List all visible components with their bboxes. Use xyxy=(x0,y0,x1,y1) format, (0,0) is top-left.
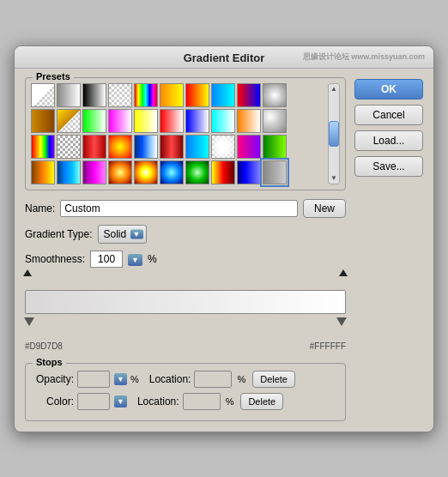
color-stop-right-arrow xyxy=(336,317,347,326)
left-color-label: #D9D7D8 xyxy=(25,341,63,351)
opacity-stop-left-arrow xyxy=(23,269,32,276)
opacity-row: Opacity: ▼ % Location: % Delete xyxy=(34,371,336,388)
preset-item[interactable] xyxy=(82,83,106,107)
preset-item[interactable] xyxy=(185,83,209,107)
opacity-stop-right-arrow xyxy=(339,269,348,276)
preset-item[interactable] xyxy=(263,135,287,159)
preset-item[interactable] xyxy=(108,135,132,159)
gradient-bar-section: #D9D7D8 #FFFFFF xyxy=(25,278,346,351)
stops-group: Stops Opacity: ▼ % Location: % Delete xyxy=(25,363,346,421)
load-button[interactable]: Load... xyxy=(354,130,423,151)
title-bar: Gradient Editor 思缘设计论坛 www.missyuan.com xyxy=(15,46,433,69)
preset-item[interactable] xyxy=(31,135,55,159)
delete2-button[interactable]: Delete xyxy=(240,393,283,410)
opacity-dropdown-arrow[interactable]: ▼ xyxy=(114,373,127,385)
dialog-title: Gradient Editor xyxy=(184,51,265,64)
smoothness-input[interactable] xyxy=(90,251,123,268)
color-labels: #D9D7D8 #FFFFFF xyxy=(25,341,346,351)
location1-input[interactable] xyxy=(194,371,232,388)
color-row: Color: ▼ Location: % Delete xyxy=(34,393,336,410)
scroll-down-arrow[interactable]: ▼ xyxy=(330,175,338,182)
preset-item[interactable] xyxy=(160,83,184,107)
preset-item[interactable] xyxy=(108,83,132,107)
color-dropdown-arrow[interactable]: ▼ xyxy=(114,395,127,408)
preset-item[interactable] xyxy=(82,160,106,184)
preset-item[interactable] xyxy=(211,160,235,184)
preset-item-selected[interactable] xyxy=(263,160,287,184)
location1-label: Location: xyxy=(149,373,191,385)
preset-item[interactable] xyxy=(31,83,55,107)
presets-legend: Presets xyxy=(33,71,74,82)
location1-pct-label: % xyxy=(237,374,245,384)
preset-item[interactable] xyxy=(57,135,81,159)
opacity-label: Opacity: xyxy=(34,373,74,385)
preset-item[interactable] xyxy=(31,160,55,184)
new-button[interactable]: New xyxy=(303,199,346,218)
ok-button[interactable]: OK xyxy=(354,79,423,100)
opacity-stop-left[interactable] xyxy=(23,269,32,278)
preset-item[interactable] xyxy=(185,109,209,133)
smoothness-dropdown-arrow[interactable]: ▼ xyxy=(128,254,142,266)
color-stop-label: Color: xyxy=(34,395,74,408)
preset-item[interactable] xyxy=(160,109,184,133)
preset-item[interactable] xyxy=(185,135,209,159)
stops-legend: Stops xyxy=(33,357,66,367)
gradient-type-select-wrapper: Solid Noise ▼ xyxy=(98,225,147,244)
preset-item[interactable] xyxy=(237,160,261,184)
preset-item[interactable] xyxy=(211,135,235,159)
opacity-value-box[interactable] xyxy=(77,371,110,388)
smoothness-pct-label: % xyxy=(148,253,157,265)
preset-item[interactable] xyxy=(134,160,158,184)
cancel-button[interactable]: Cancel xyxy=(354,105,423,125)
preset-item[interactable] xyxy=(82,109,106,133)
preset-item[interactable] xyxy=(57,109,81,133)
name-row: Name: New xyxy=(25,199,346,218)
scroll-up-arrow[interactable]: ▲ xyxy=(330,86,338,93)
preset-item[interactable] xyxy=(108,160,132,184)
color-stop-left[interactable] xyxy=(23,317,35,329)
preset-item[interactable] xyxy=(237,109,261,133)
save-button[interactable]: Save... xyxy=(354,156,423,177)
location2-label: Location: xyxy=(137,395,179,408)
preset-item[interactable] xyxy=(237,83,261,107)
preset-item[interactable] xyxy=(82,135,106,159)
preset-item[interactable] xyxy=(160,160,184,184)
preset-item[interactable] xyxy=(237,135,261,159)
preset-item[interactable] xyxy=(211,109,235,133)
preset-item[interactable] xyxy=(57,160,81,184)
opacity-select-wrapper: ▼ xyxy=(114,372,127,385)
opacity-select-wrap xyxy=(77,371,110,388)
smoothness-row: Smoothness: ▼ % xyxy=(25,251,346,268)
preset-item[interactable] xyxy=(263,83,287,107)
right-color-label: #FFFFFF xyxy=(310,341,346,351)
preset-item[interactable] xyxy=(160,135,184,159)
delete1-button[interactable]: Delete xyxy=(252,371,295,388)
preset-item[interactable] xyxy=(31,109,55,133)
smoothness-label: Smoothness: xyxy=(25,253,85,265)
preset-item[interactable] xyxy=(134,83,158,107)
color-select-wrapper: ▼ xyxy=(114,395,127,408)
color-stop-left-arrow xyxy=(24,317,34,326)
preset-item[interactable] xyxy=(185,160,209,184)
preset-item[interactable] xyxy=(134,135,158,159)
presets-grid xyxy=(31,83,326,184)
gradient-type-label: Gradient Type: xyxy=(25,228,93,240)
gradient-type-row: Gradient Type: Solid Noise ▼ xyxy=(25,225,346,244)
scroll-thumb[interactable] xyxy=(329,121,339,147)
preset-item[interactable] xyxy=(57,83,81,107)
name-input[interactable] xyxy=(60,200,298,217)
gradient-type-select[interactable]: Solid Noise xyxy=(98,225,147,244)
color-value-box[interactable] xyxy=(77,393,110,410)
opacity-stop-right[interactable] xyxy=(339,269,348,278)
color-stop-right[interactable] xyxy=(336,317,348,329)
opacity-pct-label: % xyxy=(130,374,139,384)
location2-input[interactable] xyxy=(183,393,221,410)
gradient-bar[interactable] xyxy=(25,290,346,314)
right-buttons: OK Cancel Load... Save... xyxy=(354,79,423,421)
smoothness-select-wrapper: ▼ xyxy=(128,253,142,265)
presets-scrollbar[interactable]: ▲ ▼ xyxy=(328,83,340,184)
preset-item[interactable] xyxy=(263,109,287,133)
preset-item[interactable] xyxy=(108,109,132,133)
preset-item[interactable] xyxy=(211,83,235,107)
preset-item[interactable] xyxy=(134,109,158,133)
